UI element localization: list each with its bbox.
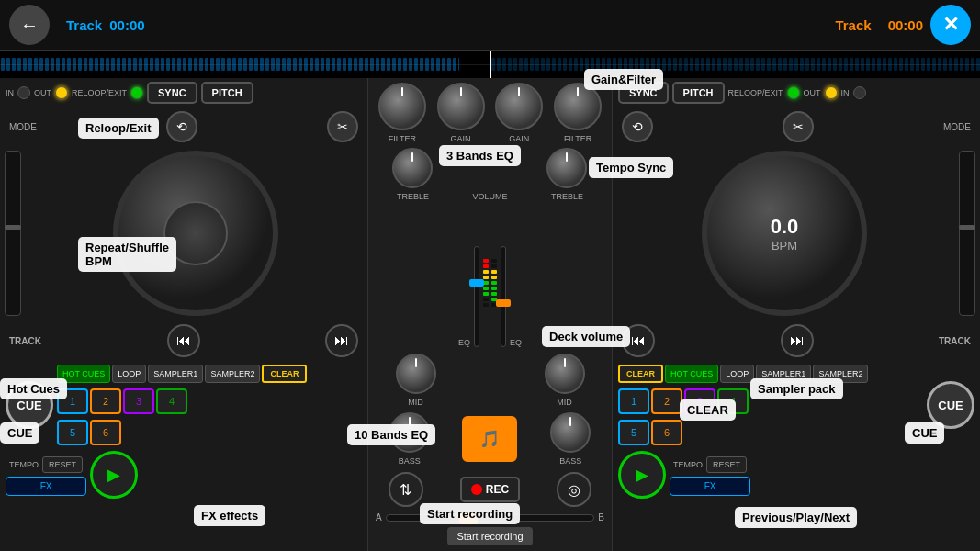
right-filter-knob[interactable] [554,83,602,130]
right-out-label: OUT [804,88,821,97]
rec-button[interactable]: REC [460,477,520,502]
left-filter-knob[interactable] [378,83,426,130]
right-play-button[interactable]: ▶ [618,451,666,499]
eq-adjust-button[interactable]: ⇅ [389,472,423,507]
left-pitch-handle [5,225,21,230]
right-pad-6[interactable]: 6 [651,420,682,445]
right-in-label: IN [841,88,850,97]
close-button[interactable]: ✕ [930,5,971,45]
left-pitch-button[interactable]: PITCH [201,82,253,104]
right-pad-2[interactable]: 2 [651,388,682,414]
crossfader-handle[interactable] [459,512,478,524]
sampler-icon: 🎵 [479,429,500,449]
left-jog-wheel[interactable] [113,151,278,316]
right-pad-3[interactable]: 3 [684,388,715,414]
left-fx-button[interactable]: FX [6,477,86,496]
left-pad-6[interactable]: 6 [90,420,121,445]
right-cue-button[interactable]: CUE [927,381,974,429]
right-in-out: RELOOP/EXIT OUT IN [728,86,866,99]
right-pad-1[interactable]: 1 [618,388,649,414]
left-eq-col: EQ [458,208,470,347]
target-button[interactable]: ◎ [557,472,591,507]
right-gain-label: GAIN [509,134,529,143]
right-fx-button[interactable]: FX [670,477,750,496]
left-pad-mode-row: HOT CUES LOOP SAMPLER1 SAMPLER2 CLEAR [57,363,362,385]
right-treble-label: TREBLE [551,192,583,201]
start-recording-button[interactable]: Start recording [447,527,532,545]
right-pitch-slider[interactable] [959,151,975,316]
left-clear-button[interactable]: CLEAR [262,365,307,383]
left-pad-3[interactable]: 3 [123,388,154,414]
left-mode-row: MODE ⟲ ✂ [0,107,367,146]
back-button[interactable]: ← [9,5,50,45]
right-time: 00:00 [888,17,923,33]
vu-seg [491,292,497,296]
right-prev-button[interactable]: ⏮ [622,324,655,357]
left-mid-knob[interactable] [396,354,436,394]
right-track-row: ⏮ ⏭ TRACK [613,320,980,361]
right-bass-knob[interactable] [550,412,591,453]
right-pitch-handle [959,225,975,230]
right-hot-cues-btn[interactable]: HOT CUES [665,365,718,383]
right-mid-knob[interactable] [545,354,585,394]
right-gain-knob[interactable] [495,83,543,130]
left-mode-btn-1[interactable]: ⟲ [166,111,197,142]
left-jog-inner [163,201,228,265]
mixer-bottom-controls: ⇅ REC ◎ [368,468,612,511]
left-play-button[interactable]: ▶ [90,451,138,499]
left-deck: IN OUT RELOOP/EXIT SYNC PITCH MODE ⟲ ✂ [0,78,367,551]
right-volume-fader[interactable] [501,246,506,347]
right-pitch-button[interactable]: PITCH [672,82,725,104]
vu-seg [483,303,489,307]
right-reloop-label: RELOOP/EXIT [728,88,783,97]
right-treble-knob[interactable] [546,148,587,188]
left-pitch-slider[interactable] [5,151,21,316]
left-hot-cues-btn[interactable]: HOT CUES [57,365,110,383]
right-sync-button[interactable]: SYNC [618,82,669,104]
left-gain-knob[interactable] [437,83,485,130]
left-volume-fader[interactable] [474,246,479,347]
left-pad-4[interactable]: 4 [156,388,187,414]
right-fx-row: TEMPO RESET [670,455,750,475]
right-jog-wheel[interactable]: 0.0 BPM [702,151,867,316]
crossfader-row: A B [368,511,612,524]
left-in-led [17,86,30,99]
left-next-button[interactable]: ⏭ [325,324,358,357]
left-reloop-led [130,86,143,99]
left-loop-btn[interactable]: LOOP [112,365,146,383]
right-clear-button[interactable]: CLEAR [618,365,663,383]
right-pad-4[interactable]: 4 [717,388,749,414]
crossfader-track[interactable] [386,514,595,522]
left-gain-label: GAIN [451,134,471,143]
mixer-filter-left-col: FILTER [378,83,426,143]
right-reset-button[interactable]: RESET [706,456,747,473]
sampler-button[interactable]: 🎵 [462,416,517,462]
right-mode-btn-2[interactable]: ✂ [783,111,814,142]
left-mode-btn-2[interactable]: ✂ [327,111,358,142]
vu-right [491,228,497,338]
left-reset-button[interactable]: RESET [42,456,83,473]
right-cue-pads-row: CLEAR HOT CUES LOOP SAMPLER1 SAMPLER2 1 … [613,361,980,449]
right-pad-5[interactable]: 5 [618,420,649,445]
right-sampler1-btn[interactable]: SAMPLER1 [756,365,811,383]
right-tempo-label: TEMPO [673,460,703,469]
right-loop-btn[interactable]: LOOP [720,365,754,383]
mixer-gain-left-col: GAIN [437,83,485,143]
left-prev-button[interactable]: ⏮ [167,324,200,357]
right-mode-btn-1[interactable]: ⟲ [622,111,653,142]
left-pad-1[interactable]: 1 [57,388,88,414]
left-track-row: TRACK ⏮ ⏭ [0,320,367,361]
left-treble-knob[interactable] [392,148,433,188]
left-pad-2[interactable]: 2 [90,388,121,414]
left-sampler1-btn[interactable]: SAMPLER1 [148,365,203,383]
left-bass-knob[interactable] [389,412,430,453]
right-sampler2-btn[interactable]: SAMPLER2 [813,365,868,383]
right-next-button[interactable]: ⏭ [781,324,814,357]
left-sampler2-btn[interactable]: SAMPLER2 [205,365,260,383]
left-sync-button[interactable]: SYNC [147,82,197,104]
svg-rect-2 [490,51,980,78]
left-cue-button[interactable]: CUE [6,381,53,429]
left-pad-5[interactable]: 5 [57,420,88,445]
vu-meters [483,208,497,347]
left-bass-col: BASS [389,412,430,466]
